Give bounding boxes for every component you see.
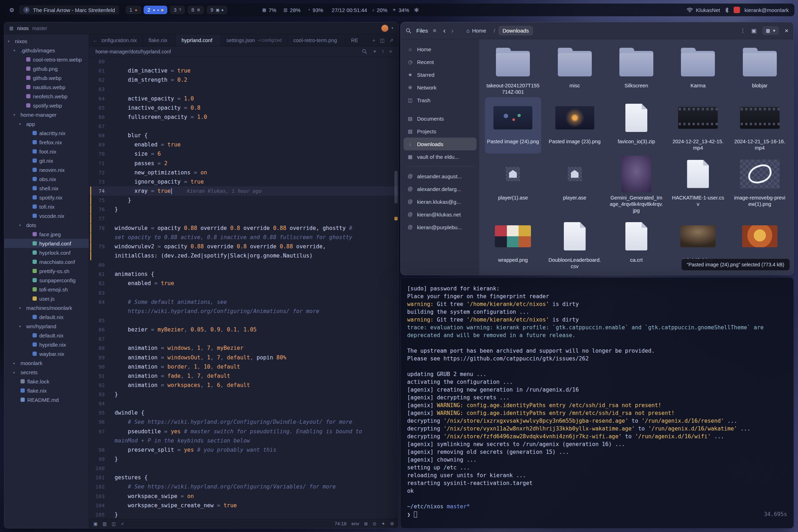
editor-line[interactable]: 101 gestures {: [89, 473, 398, 482]
editor-line[interactable]: 98 preserve_split = yes # you probably w…: [89, 445, 398, 455]
stat-widget[interactable]: ▥ 28%: [283, 7, 300, 13]
editor-tab[interactable]: configuration.nix: [101, 34, 143, 46]
editor-toolbar-icon[interactable]: ≡: [389, 49, 392, 54]
tree-item[interactable]: waybar.nix: [4, 349, 89, 358]
editor-line[interactable]: 102 # See https://wiki.hyprland.org/Conf…: [89, 482, 398, 491]
statusbar-icon[interactable]: ⚙: [390, 521, 394, 526]
brightness-widget[interactable]: ☀ 34%: [392, 7, 409, 13]
tab-action-icon[interactable]: ↗: [389, 37, 393, 43]
bluetooth-icon[interactable]: [725, 7, 729, 13]
tree-item[interactable]: spotify.webp: [4, 101, 89, 110]
stat-widget[interactable]: ◔ 93%: [308, 7, 323, 13]
breadcrumb-current[interactable]: Downloads: [498, 26, 533, 35]
editor-line[interactable]: 104 workspace_swipe_create_new = true: [89, 501, 398, 510]
editor-line[interactable]: 99 }: [89, 455, 398, 464]
editor-line[interactable]: 73 ignore_opacity = true: [89, 177, 398, 186]
workspace-button[interactable]: 3 ?: [170, 6, 185, 14]
project-name[interactable]: nixos: [17, 25, 29, 31]
editor-line[interactable]: set opacity to 0.88 active, 0.8 inactive…: [89, 233, 398, 242]
tree-item[interactable]: default.nix: [4, 331, 89, 340]
sidebar-place[interactable]: ★ Starred: [404, 68, 476, 81]
network-widget[interactable]: KlukasNet: [687, 7, 720, 13]
tree-item[interactable]: ▸ moonlark: [4, 358, 89, 368]
sidebar-place[interactable]: ⌂ Home: [404, 43, 476, 56]
tree-item[interactable]: ▾ home-manager: [4, 110, 89, 119]
close-icon[interactable]: ×: [785, 27, 788, 35]
file-item[interactable]: blobjar: [741, 41, 779, 97]
editor-line[interactable]: 68 blur {: [89, 131, 398, 140]
editor-line[interactable]: 82 enabled = true: [89, 279, 398, 288]
editor-line[interactable]: initialClass: (dev.zed.Zed|spotify|Slack…: [89, 251, 398, 260]
sidebar-account[interactable]: @ kieran.klukas@g...: [404, 195, 476, 208]
file-item[interactable]: takeout-20241207T155714Z-001: [484, 41, 542, 97]
terminal-window[interactable]: [sudo] password for kierank: Place your …: [400, 277, 794, 528]
tree-item[interactable]: macchiato.conf: [4, 257, 89, 266]
file-item[interactable]: misc: [556, 41, 594, 97]
workspace-button[interactable]: 9 ▣●: [207, 6, 227, 14]
media-view-icon[interactable]: ▣: [751, 27, 757, 34]
sidebar-account[interactable]: @ alexander.defarg...: [404, 183, 476, 195]
editor-line[interactable]: 96 # See https://wiki.hyprland.org/Confi…: [89, 417, 398, 427]
forward-icon[interactable]: ›: [451, 27, 454, 35]
volume-widget[interactable]: ♪ 20%: [372, 7, 387, 13]
workspace-button[interactable]: 1 ●: [126, 6, 141, 14]
sidebar-place[interactable]: ⊕ Network: [404, 81, 476, 94]
tab-action-icon[interactable]: +: [372, 37, 375, 43]
editor-line[interactable]: 72 new_optimizations = on: [89, 168, 398, 177]
editor-line[interactable]: 70 size = 6: [89, 149, 398, 158]
editor-line[interactable]: https://wiki.hyprland.org/Configuring/An…: [89, 307, 398, 316]
cursor-position[interactable]: 74:18: [335, 521, 347, 526]
breadcrumb-home[interactable]: ⌂ Home: [462, 26, 490, 35]
sidebar-place[interactable]: ▧ Projects: [404, 125, 476, 138]
tree-item[interactable]: ▾ nixos: [4, 36, 89, 46]
editor-line[interactable]: 83: [89, 288, 398, 297]
nightlight-icon[interactable]: ✻: [414, 7, 419, 13]
file-item[interactable]: HACKATIME-1-user.csv: [669, 154, 727, 216]
file-item[interactable]: Gemini_Generated_Image_4rqv8k4rqv8k4rqv.…: [607, 154, 665, 216]
file-item[interactable]: favicon_io(3).zip: [615, 97, 657, 153]
tree-item[interactable]: user.js: [4, 294, 89, 303]
editor-line[interactable]: 69 enabled = true: [89, 140, 398, 149]
recording-indicator-icon[interactable]: [734, 7, 740, 13]
editor-line[interactable]: 75 }: [89, 196, 398, 205]
editor-line[interactable]: 86 bezier = myBezier, 0.05, 0.9, 0.1, 1.…: [89, 325, 398, 334]
search-icon[interactable]: [362, 49, 367, 54]
editor-line[interactable]: 87: [89, 334, 398, 343]
tree-item[interactable]: github.webp: [4, 73, 89, 82]
tree-item[interactable]: default.nix: [4, 312, 89, 322]
editor-line[interactable]: 103 workspace_swipe = on: [89, 492, 398, 501]
editor-line[interactable]: 84 # Some default animations, see: [89, 297, 398, 307]
tree-item[interactable]: flake.nix: [4, 386, 89, 395]
sidebar-place[interactable]: ◫ Trash: [404, 94, 476, 106]
tree-item[interactable]: cool-retro-term.webp: [4, 55, 89, 64]
workspace-button[interactable]: 2 ●●■: [144, 6, 167, 14]
tab-action-icon[interactable]: ◫: [380, 37, 384, 43]
kebab-menu-icon[interactable]: ⋮: [740, 27, 746, 34]
git-branch-label[interactable]: master: [32, 25, 47, 31]
hamburger-menu-icon[interactable]: ≡: [433, 28, 436, 34]
tree-item[interactable]: ▾ machines/moonlark: [4, 303, 89, 312]
editor-line[interactable]: 79 windowrulev2 = opacity 0.88 override …: [89, 242, 398, 251]
editor-line[interactable]: 71 passes = 2: [89, 159, 398, 168]
back-icon[interactable]: ‹: [443, 27, 446, 35]
editor-line[interactable]: 74 xray = trueKieran Klukas, 1 hour ago: [89, 186, 398, 196]
env-indicator[interactable]: env: [352, 521, 359, 526]
nav-back-icon[interactable]: ←: [93, 37, 98, 43]
editor-line[interactable]: 66 fullscreen_opacity = 1.0: [89, 112, 398, 122]
tree-item[interactable]: tofi.nix: [4, 202, 89, 211]
sidebar-account[interactable]: @ kieran@purplebu...: [404, 221, 476, 233]
editor-tab[interactable]: settings.json ~/.config/zed: [221, 34, 288, 46]
editor-line[interactable]: 90 animation = border, 1, 10, default: [89, 362, 398, 371]
sidebar-place[interactable]: ↓ Downloads: [404, 138, 476, 150]
file-item[interactable]: Karma: [679, 41, 717, 97]
file-item[interactable]: Pasted image (23).png: [547, 97, 603, 153]
statusbar-icon[interactable]: ✓: [121, 521, 124, 526]
editor-line[interactable]: 77: [89, 214, 398, 223]
editor-tab[interactable]: flake.nix: [143, 34, 176, 46]
tree-item[interactable]: hyprlock.conf: [4, 248, 89, 257]
tree-item[interactable]: shell.nix: [4, 184, 89, 193]
tree-item[interactable]: tofi-emoji.sh: [4, 285, 89, 294]
editor-line[interactable]: 89 animation = windowsOut, 1, 7, default…: [89, 353, 398, 362]
editor-line[interactable]: 85: [89, 316, 398, 325]
avatar[interactable]: [381, 25, 388, 32]
